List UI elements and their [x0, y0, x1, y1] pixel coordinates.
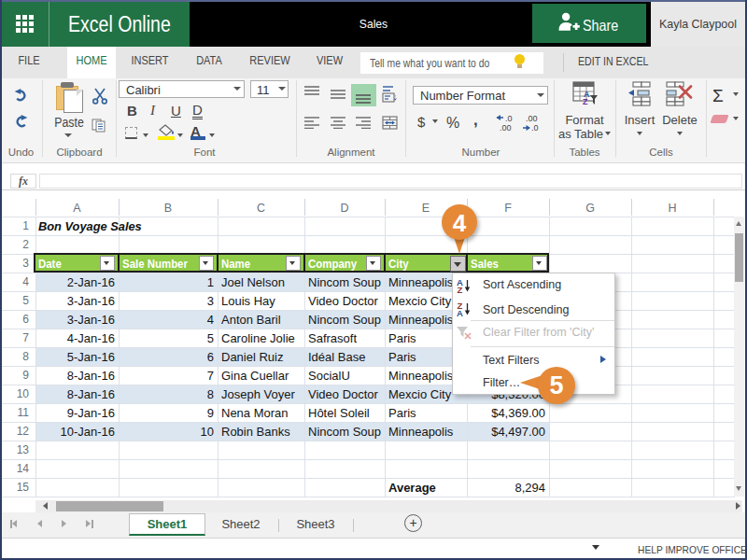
svg-text:Z: Z — [583, 97, 588, 106]
svg-text:.0: .0 — [505, 114, 513, 123]
svg-text:A: A — [457, 308, 463, 317]
svg-text:Z: Z — [458, 285, 463, 294]
svg-text:.00: .00 — [500, 123, 512, 133]
svg-text:.00: .00 — [526, 114, 538, 123]
svg-text:.0: .0 — [531, 123, 539, 133]
